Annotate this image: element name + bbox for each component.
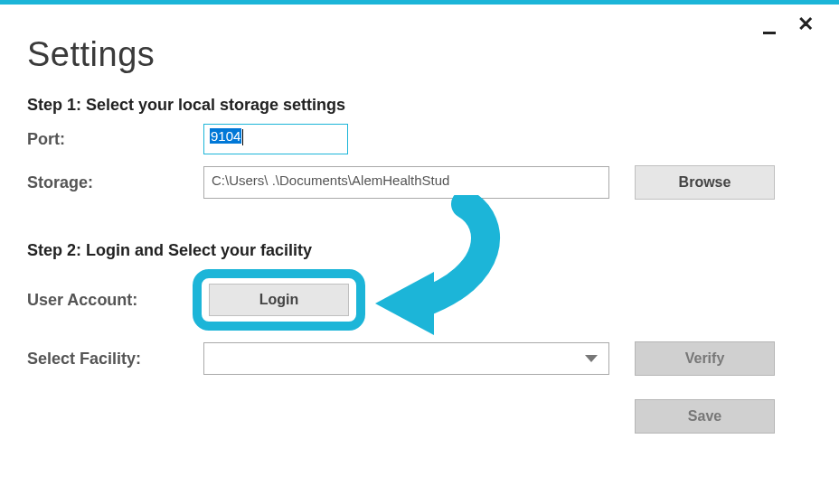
verify-button[interactable]: Verify (635, 341, 775, 376)
chevron-down-icon (585, 355, 598, 362)
storage-label: Storage: (27, 173, 203, 192)
window-controls: ✕ (763, 14, 814, 34)
storage-value: C:\Users\ .\Documents\AlemHealthStud (212, 173, 449, 188)
close-button[interactable]: ✕ (797, 14, 814, 34)
port-row: Port: 9104 (27, 124, 812, 154)
login-highlight: Login (193, 269, 365, 331)
browse-button[interactable]: Browse (635, 165, 775, 200)
facility-select[interactable] (203, 342, 609, 375)
minimize-button[interactable] (763, 14, 776, 34)
storage-row: Storage: C:\Users\ .\Documents\AlemHealt… (27, 165, 812, 200)
step1-heading: Step 1: Select your local storage settin… (27, 96, 812, 115)
port-input[interactable]: 9104 (203, 124, 348, 154)
select-facility-label: Select Facility: (27, 350, 203, 369)
minimize-icon (763, 32, 776, 34)
user-account-row: User Account: Login (27, 269, 812, 331)
save-row: Save (27, 387, 812, 434)
port-value: 9104 (210, 128, 241, 144)
storage-input[interactable]: C:\Users\ .\Documents\AlemHealthStud (203, 166, 609, 199)
login-button[interactable]: Login (209, 284, 349, 316)
step2-heading: Step 2: Login and Select your facility (27, 241, 812, 260)
user-account-label: User Account: (27, 291, 203, 310)
page-title: Settings (27, 35, 812, 74)
port-label: Port: (27, 130, 203, 149)
select-facility-row: Select Facility: Verify (27, 341, 812, 376)
save-button[interactable]: Save (635, 399, 775, 434)
